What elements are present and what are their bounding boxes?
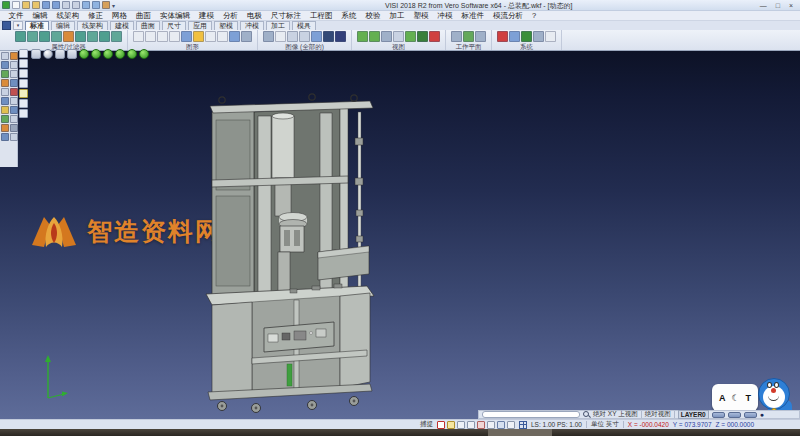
white-page-icon[interactable] bbox=[217, 31, 228, 42]
magnet-filter-icon[interactable] bbox=[63, 31, 74, 42]
menu-item-10[interactable]: 尺寸标注 bbox=[267, 11, 306, 21]
toolbar-anchor-icon[interactable] bbox=[2, 21, 11, 30]
tab-2[interactable]: 线架构 bbox=[77, 21, 108, 31]
stamp-icon[interactable] bbox=[102, 1, 110, 9]
menu-item-15[interactable]: 塑模 bbox=[409, 11, 433, 21]
menu-item-7[interactable]: 建模 bbox=[195, 11, 219, 21]
system-grid-icon[interactable] bbox=[533, 31, 544, 42]
image-small-icon[interactable] bbox=[287, 31, 298, 42]
ime-status-bubble[interactable]: A☾T bbox=[712, 384, 758, 411]
image-box-icon[interactable] bbox=[311, 31, 322, 42]
image-page-icon[interactable] bbox=[275, 31, 286, 42]
colors-tool-icon[interactable] bbox=[10, 106, 18, 114]
tab-6[interactable]: 应用 bbox=[188, 21, 212, 31]
snap-tangent-icon[interactable] bbox=[487, 421, 495, 429]
dimension-tool-icon[interactable] bbox=[10, 97, 18, 105]
snap-grid-icon[interactable] bbox=[497, 421, 505, 429]
view-preset-2[interactable] bbox=[728, 412, 741, 418]
trim-tool-icon[interactable] bbox=[10, 52, 18, 60]
snap-center-icon[interactable] bbox=[457, 421, 465, 429]
workplane-delete-icon[interactable] bbox=[475, 31, 486, 42]
layer-indicator[interactable]: LAYER0 bbox=[678, 410, 709, 419]
open-folder-icon[interactable] bbox=[32, 1, 40, 9]
system-colors-icon[interactable] bbox=[497, 31, 508, 42]
panel-btn-4[interactable] bbox=[19, 89, 28, 98]
layer-on-icon[interactable] bbox=[181, 31, 192, 42]
view-front-icon[interactable] bbox=[91, 49, 101, 59]
machine-model[interactable] bbox=[192, 90, 404, 418]
select-tool-icon[interactable] bbox=[1, 52, 9, 60]
axis-xyz-icon[interactable] bbox=[417, 31, 428, 42]
view-left-icon[interactable] bbox=[127, 49, 137, 59]
view-preset-3[interactable] bbox=[744, 412, 757, 418]
menu-item-6[interactable]: 实体编辑 bbox=[156, 11, 195, 21]
snap-tool-icon[interactable] bbox=[10, 115, 18, 123]
layer-active-icon[interactable] bbox=[193, 31, 204, 42]
menu-item-5[interactable]: 曲面 bbox=[132, 11, 156, 21]
tab-8[interactable]: 冲模 bbox=[240, 21, 264, 31]
menu-item-4[interactable]: 网格 bbox=[108, 11, 132, 21]
units-label[interactable]: 单位 英寸 bbox=[591, 420, 619, 429]
settings-tool-icon[interactable] bbox=[10, 133, 18, 141]
view-mode-label[interactable]: 绝对视图 bbox=[645, 410, 671, 419]
mirror-tool-icon[interactable] bbox=[10, 70, 18, 78]
snap-quadrant-icon[interactable] bbox=[467, 421, 475, 429]
menu-item-8[interactable]: 分析 bbox=[219, 11, 243, 21]
pan-tool-icon[interactable] bbox=[10, 124, 18, 132]
image-dark-icon[interactable] bbox=[323, 31, 334, 42]
view-preset-1[interactable] bbox=[712, 412, 725, 418]
filter-line-icon[interactable] bbox=[27, 31, 38, 42]
filter-arc-icon[interactable] bbox=[39, 31, 50, 42]
maximize-button[interactable]: □ bbox=[776, 2, 780, 9]
taskbar-window-chip[interactable] bbox=[488, 429, 552, 436]
grid-icon[interactable] bbox=[519, 421, 527, 429]
close-button[interactable]: × bbox=[789, 2, 793, 9]
new-document-icon[interactable] bbox=[12, 1, 20, 9]
magnifier-icon[interactable] bbox=[583, 411, 590, 418]
sphere-view-icon[interactable] bbox=[43, 49, 53, 59]
view-right-icon[interactable] bbox=[115, 49, 125, 59]
snap-intersection-icon[interactable] bbox=[477, 421, 485, 429]
open-file-icon[interactable] bbox=[22, 1, 30, 9]
ghost-mode-icon[interactable] bbox=[169, 31, 180, 42]
snap-midpoint-icon[interactable] bbox=[447, 421, 455, 429]
blank-entity-icon[interactable] bbox=[205, 31, 216, 42]
quick-access-dropdown-icon[interactable]: ▾ bbox=[112, 2, 115, 9]
offset-tool-icon[interactable] bbox=[10, 79, 18, 87]
zoom-window-tool-icon[interactable] bbox=[1, 124, 9, 132]
menu-item-12[interactable]: 系统 bbox=[337, 11, 361, 21]
fillet-tool-icon[interactable] bbox=[1, 88, 9, 96]
filter-point-icon[interactable] bbox=[99, 31, 110, 42]
tab-3[interactable]: 建模 bbox=[110, 21, 134, 31]
folder-graphics-icon[interactable] bbox=[229, 31, 240, 42]
panel-btn-6[interactable] bbox=[19, 109, 28, 118]
hidden-line-mode-icon[interactable] bbox=[157, 31, 168, 42]
zoom-view-icon[interactable] bbox=[67, 49, 77, 59]
snap-ortho-icon[interactable] bbox=[507, 421, 515, 429]
menu-item-17[interactable]: 标准件 bbox=[457, 11, 489, 21]
pan-view-icon[interactable] bbox=[393, 31, 404, 42]
view-back-icon[interactable] bbox=[139, 49, 149, 59]
view-iso-icon[interactable] bbox=[79, 49, 89, 59]
shaded-mode-icon[interactable] bbox=[31, 49, 41, 59]
filter-circle-icon[interactable] bbox=[51, 31, 62, 42]
workplane-new-icon[interactable] bbox=[451, 31, 462, 42]
attribute-brush-icon[interactable] bbox=[15, 31, 26, 42]
shade-mode-icon[interactable] bbox=[133, 31, 144, 42]
app-logo-icon[interactable] bbox=[2, 1, 10, 9]
view-snap-label[interactable]: 绝对 XY 上视图 bbox=[593, 410, 638, 419]
tab-7[interactable]: 塑模 bbox=[214, 21, 238, 31]
menu-item-3[interactable]: 修正 bbox=[84, 11, 108, 21]
screen-mode-icon[interactable] bbox=[241, 31, 252, 42]
tab-0[interactable]: 标准 bbox=[25, 21, 49, 31]
panel-btn-3[interactable] bbox=[19, 79, 28, 88]
system-settings-icon[interactable] bbox=[545, 31, 556, 42]
viewport-3d[interactable]: 智造资料网 bbox=[0, 51, 800, 419]
delete-tool-icon[interactable] bbox=[10, 88, 18, 96]
undo-icon[interactable] bbox=[82, 1, 90, 9]
rotate-view-icon[interactable] bbox=[405, 31, 416, 42]
tab-1[interactable]: 编辑 bbox=[51, 21, 75, 31]
navigation-sphere-icon[interactable]: ● bbox=[760, 411, 764, 418]
refresh-view-icon[interactable] bbox=[429, 31, 440, 42]
system-monitor-icon[interactable] bbox=[509, 31, 520, 42]
